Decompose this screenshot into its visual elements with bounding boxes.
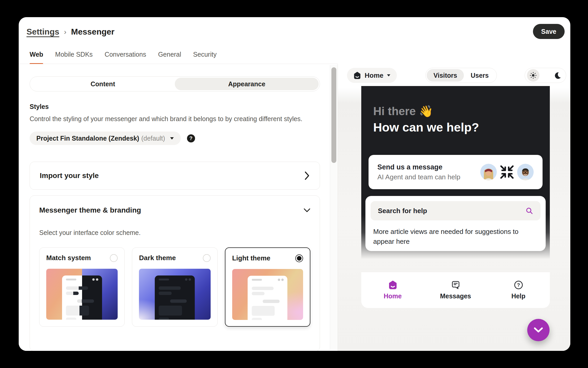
- page-title: Messenger: [71, 27, 115, 37]
- search-placeholder: Search for help: [378, 207, 525, 215]
- import-style-label: Import your style: [40, 172, 99, 180]
- style-select-dropdown[interactable]: Project Fin Standalone (Zendesk) (defaul…: [30, 132, 181, 145]
- collapse-chevron-icon: [304, 208, 310, 212]
- preview-screen-label: Home: [365, 71, 383, 80]
- nav-label: Home: [384, 292, 402, 300]
- suggestions-hint: More article views are needed for sugges…: [373, 227, 538, 246]
- hero-greeting: Hi there 👋: [373, 103, 479, 119]
- scrollbar-thumb[interactable]: [331, 67, 336, 163]
- settings-panel: Content Appearance Styles Control the st…: [19, 64, 338, 351]
- nav-label: Messages: [440, 292, 471, 300]
- moon-icon: [554, 72, 561, 79]
- chevron-down-icon: [533, 327, 543, 333]
- style-select-default-tag: (default): [141, 135, 165, 142]
- option-label: Match system: [46, 254, 91, 262]
- messenger-nav-home[interactable]: Home: [361, 272, 424, 308]
- preview-screen-dropdown[interactable]: Home: [347, 68, 397, 83]
- breadcrumb: Settings › Messenger: [26, 27, 115, 37]
- style-select-value: Project Fin Standalone (Zendesk): [36, 135, 139, 142]
- nav-label: Help: [511, 292, 525, 300]
- radio-light-theme[interactable]: [295, 254, 303, 262]
- breadcrumb-settings-link[interactable]: Settings: [26, 27, 59, 37]
- left-panel-scrollbar: [330, 65, 338, 350]
- tab-mobile-sdks[interactable]: Mobile SDKs: [55, 50, 93, 64]
- svg-text:?: ?: [517, 282, 520, 288]
- teammate-avatars: [480, 164, 534, 180]
- option-label: Dark theme: [139, 254, 176, 262]
- messenger-nav-help[interactable]: ? Help: [487, 272, 550, 308]
- audience-users[interactable]: Users: [464, 69, 496, 82]
- radio-match-system[interactable]: [110, 254, 118, 262]
- light-mode-button[interactable]: [527, 69, 539, 82]
- audience-visitors[interactable]: Visitors: [427, 69, 464, 82]
- option-match-system[interactable]: Match system: [39, 247, 125, 327]
- theme-branding-card: Messenger theme & branding Select your i…: [30, 195, 320, 351]
- color-scheme-subtitle: Select your interface color scheme.: [39, 229, 310, 236]
- import-style-card[interactable]: Import your style: [30, 162, 320, 190]
- option-label: Light theme: [232, 254, 270, 262]
- search-help-card: Search for help More article views are n…: [365, 196, 546, 251]
- audience-switch: Visitors Users: [425, 68, 497, 83]
- search-icon: [525, 207, 533, 215]
- dark-mode-button[interactable]: [551, 69, 564, 82]
- chevron-down-icon: [170, 137, 174, 140]
- theme-branding-title: Messenger theme & branding: [39, 206, 141, 214]
- option-light-theme[interactable]: Light theme: [225, 247, 310, 327]
- tab-conversations[interactable]: Conversations: [105, 50, 146, 64]
- send-message-card[interactable]: Send us a message AI Agent and team can …: [369, 155, 543, 189]
- send-message-subtitle: AI Agent and team can help: [377, 173, 460, 181]
- option-dark-theme[interactable]: Dark theme: [132, 247, 217, 327]
- settings-window: Settings › Messenger Save Web Mobile SDK…: [19, 17, 570, 351]
- hero-title: How can we help?: [373, 119, 479, 135]
- tab-general[interactable]: General: [158, 50, 181, 64]
- send-message-title: Send us a message: [377, 163, 460, 171]
- avatar-teammate-1: [480, 164, 497, 180]
- messenger-nav: Home Messages ? Help: [361, 272, 550, 308]
- messenger-preview: Hi there 👋 How can we help? Send us a me…: [361, 86, 550, 308]
- messages-icon: [451, 280, 460, 290]
- chevron-right-icon: [304, 171, 310, 180]
- messenger-nav-messages[interactable]: Messages: [424, 272, 487, 308]
- tab-security[interactable]: Security: [193, 50, 217, 64]
- fin-ai-agent-icon: [499, 164, 515, 180]
- dark-theme-thumbnail: [139, 269, 210, 320]
- sun-icon: [530, 72, 537, 79]
- segment-content[interactable]: Content: [31, 78, 175, 90]
- theme-branding-header[interactable]: Messenger theme & branding: [39, 206, 310, 214]
- home-icon: [388, 280, 398, 290]
- light-dark-toggle: [525, 68, 566, 83]
- avatar-teammate-2: [517, 164, 534, 180]
- search-help-input[interactable]: Search for help: [371, 201, 540, 220]
- minimize-messenger-button[interactable]: [527, 319, 550, 341]
- breadcrumb-chevron-icon: ›: [64, 28, 66, 36]
- settings-tabs: Web Mobile SDKs Conversations General Se…: [19, 50, 338, 64]
- tab-web[interactable]: Web: [30, 50, 43, 64]
- help-tooltip-icon[interactable]: ?: [187, 134, 195, 142]
- match-system-thumbnail: [46, 269, 118, 320]
- messenger-preview-panel: Home Visitors Users Hi there 👋 How can w: [338, 64, 570, 351]
- segment-appearance[interactable]: Appearance: [175, 78, 319, 90]
- radio-dark-theme[interactable]: [203, 254, 211, 262]
- styles-heading: Styles: [30, 103, 320, 110]
- color-scheme-options: Match system Dark theme: [39, 247, 310, 327]
- help-icon: ?: [514, 280, 523, 290]
- save-button[interactable]: Save: [533, 24, 565, 39]
- styles-description: Control the styling of your messenger an…: [30, 114, 305, 124]
- light-theme-thumbnail: [232, 269, 303, 320]
- content-appearance-switch: Content Appearance: [30, 76, 320, 91]
- chevron-down-icon: [387, 74, 391, 77]
- intercom-logo-icon: [353, 71, 361, 80]
